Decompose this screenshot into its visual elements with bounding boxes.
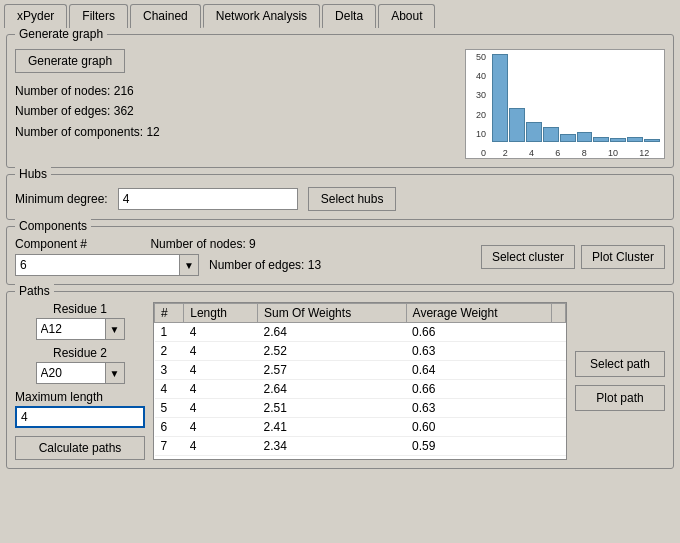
table-cell-length: 4 <box>184 437 258 456</box>
col-header-length: Length <box>184 304 258 323</box>
y-label-20: 20 <box>466 110 486 120</box>
generate-graph-section: Generate graph Generate graph Number of … <box>6 34 674 168</box>
select-cluster-button[interactable]: Select cluster <box>481 245 575 269</box>
table-row[interactable]: 542.510.63 <box>155 399 566 418</box>
component-dropdown-arrow[interactable]: ▼ <box>179 254 199 276</box>
scrollbar-cell <box>552 323 566 342</box>
edges-stat: Number of edges: 362 <box>15 101 455 121</box>
select-hubs-button[interactable]: Select hubs <box>308 187 397 211</box>
table-row[interactable]: 442.640.66 <box>155 380 566 399</box>
residue1-select-row: A12 ▼ <box>15 318 145 340</box>
table-cell-num: 5 <box>155 399 184 418</box>
residue2-select[interactable]: A20 <box>36 362 106 384</box>
component-hash-label: Component # <box>15 237 87 251</box>
table-cell-num: 6 <box>155 418 184 437</box>
table-cell-num: 1 <box>155 323 184 342</box>
table-cell-avg: 0.63 <box>406 342 551 361</box>
paths-right-buttons: Select path Plot path <box>575 302 665 460</box>
chart-bar <box>543 127 559 142</box>
table-row[interactable]: 342.570.64 <box>155 361 566 380</box>
hubs-title: Hubs <box>15 167 51 181</box>
x-label-4: 4 <box>529 148 534 158</box>
table-row[interactable]: 742.340.59 <box>155 437 566 456</box>
tab-chained[interactable]: Chained <box>130 4 201 28</box>
table-cell-length: 4 <box>184 342 258 361</box>
chart-bar <box>644 139 660 142</box>
calculate-paths-button[interactable]: Calculate paths <box>15 436 145 460</box>
chart-bar <box>509 108 525 142</box>
tab-bar: xPyder Filters Chained Network Analysis … <box>0 0 680 28</box>
x-label-10: 10 <box>608 148 618 158</box>
y-label-0: 0 <box>466 148 486 158</box>
component-select-row: 6 ▼ Number of edges: 13 <box>15 254 321 276</box>
col-header-sum: Sum Of Weights <box>257 304 406 323</box>
table-cell-num: 3 <box>155 361 184 380</box>
scrollbar-cell <box>552 399 566 418</box>
residue1-select[interactable]: A12 <box>36 318 106 340</box>
y-axis: 50 40 30 20 10 0 <box>466 50 488 158</box>
tab-about[interactable]: About <box>378 4 435 28</box>
hubs-section: Hubs Minimum degree: Select hubs <box>6 174 674 220</box>
chart-bar <box>577 132 593 142</box>
tab-delta[interactable]: Delta <box>322 4 376 28</box>
component-select[interactable]: 6 <box>15 254 180 276</box>
chart-bar <box>492 54 508 142</box>
paths-table: # Length Sum Of Weights Average Weight 1… <box>154 303 566 456</box>
nodes-info: Number of nodes: 9 <box>150 237 255 251</box>
nodes-val: 216 <box>114 84 134 98</box>
nodes-stat: Number of nodes: 216 <box>15 81 455 101</box>
max-length-input[interactable] <box>15 406 145 428</box>
max-length-label: Maximum length <box>15 390 145 404</box>
hubs-row: Minimum degree: Select hubs <box>15 187 665 211</box>
y-label-30: 30 <box>466 90 486 100</box>
x-label-12: 12 <box>639 148 649 158</box>
nodes-label: Number of nodes: <box>15 84 110 98</box>
scrollbar-cell <box>552 418 566 437</box>
components-val: 12 <box>146 125 159 139</box>
tab-xpyder[interactable]: xPyder <box>4 4 67 28</box>
y-label-50: 50 <box>466 52 486 62</box>
x-label-6: 6 <box>555 148 560 158</box>
scrollbar-cell <box>552 361 566 380</box>
components-stat: Number of components: 12 <box>15 122 455 142</box>
tab-network-analysis[interactable]: Network Analysis <box>203 4 320 28</box>
tab-filters[interactable]: Filters <box>69 4 128 28</box>
table-cell-avg: 0.66 <box>406 380 551 399</box>
graph-stats: Number of nodes: 216 Number of edges: 36… <box>15 81 455 142</box>
table-cell-sum: 2.34 <box>257 437 406 456</box>
component-buttons: Select cluster Plot Cluster <box>481 245 665 269</box>
table-cell-sum: 2.51 <box>257 399 406 418</box>
x-axis: 2 4 6 8 10 12 <box>492 148 660 158</box>
paths-table-wrapper: # Length Sum Of Weights Average Weight 1… <box>153 302 567 460</box>
table-cell-num: 7 <box>155 437 184 456</box>
paths-controls: Residue 1 A12 ▼ Residue 2 A20 ▼ Maximum … <box>15 302 145 460</box>
table-cell-avg: 0.66 <box>406 323 551 342</box>
chart-bar <box>526 122 542 142</box>
chart-bar <box>560 134 576 142</box>
chart-bar <box>627 137 643 142</box>
paths-title: Paths <box>15 284 54 298</box>
select-path-button[interactable]: Select path <box>575 351 665 377</box>
x-label-2: 2 <box>503 148 508 158</box>
residue2-dropdown-arrow[interactable]: ▼ <box>105 362 125 384</box>
plot-path-button[interactable]: Plot path <box>575 385 665 411</box>
table-row[interactable]: 142.640.66 <box>155 323 566 342</box>
edges-label: Number of edges: <box>15 104 110 118</box>
scrollbar-cell <box>552 437 566 456</box>
col-header-avg: Average Weight <box>406 304 551 323</box>
table-row[interactable]: 242.520.63 <box>155 342 566 361</box>
y-label-10: 10 <box>466 129 486 139</box>
paths-section: Paths Residue 1 A12 ▼ Residue 2 A20 ▼ <box>6 291 674 469</box>
table-row[interactable]: 642.410.60 <box>155 418 566 437</box>
component-label-row: Component # Number of nodes: 9 <box>15 237 321 251</box>
min-degree-input[interactable] <box>118 188 298 210</box>
plot-cluster-button[interactable]: Plot Cluster <box>581 245 665 269</box>
main-content: Generate graph Generate graph Number of … <box>0 28 680 538</box>
table-cell-length: 4 <box>184 380 258 399</box>
residue1-dropdown-arrow[interactable]: ▼ <box>105 318 125 340</box>
generate-graph-button[interactable]: Generate graph <box>15 49 125 73</box>
generate-graph-title: Generate graph <box>15 28 107 41</box>
components-label: Number of components: <box>15 125 143 139</box>
chart-bar <box>593 137 609 142</box>
table-cell-sum: 2.41 <box>257 418 406 437</box>
